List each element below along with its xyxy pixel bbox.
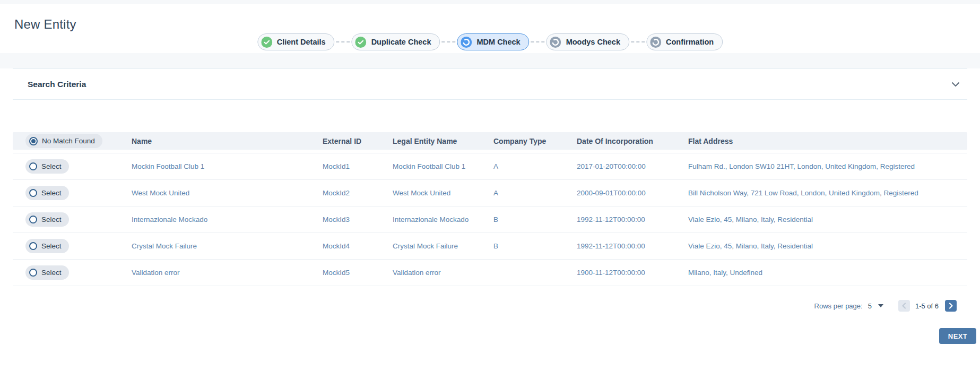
app-header: New Entity Client DetailsDuplicate Check… bbox=[0, 4, 980, 53]
cell-name: West Mock United bbox=[132, 189, 323, 197]
column-header-flat-address: Flat Address bbox=[688, 137, 967, 145]
cell-flat-address: Viale Ezio, 45, Milano, Italy, Residenti… bbox=[688, 242, 967, 250]
table-row: SelectWest Mock UnitedMockId2West Mock U… bbox=[13, 180, 967, 206]
cell-legal-entity-name: Internazionale Mockado bbox=[393, 216, 493, 223]
cell-external-id: MockId1 bbox=[323, 162, 393, 170]
cell-flat-address: Viale Ezio, 45, Milano, Italy, Residenti… bbox=[688, 216, 967, 223]
cell-flat-address: Bill Nicholson Way, 721 Low Road, London… bbox=[688, 189, 967, 197]
search-criteria-header[interactable]: Search Criteria bbox=[13, 68, 967, 100]
cell-date-of-incorporation: 1900-11-12T00:00:00 bbox=[577, 269, 688, 277]
cell-name: Internazionale Mockado bbox=[132, 216, 323, 223]
cell-external-id: MockId3 bbox=[323, 216, 393, 223]
radio-unselected-icon bbox=[29, 269, 37, 277]
step-connector bbox=[631, 41, 645, 42]
check-circle-icon bbox=[355, 37, 367, 48]
cell-company-type: A bbox=[493, 189, 577, 197]
column-header-external-id: External ID bbox=[323, 137, 393, 145]
caret-down-icon bbox=[878, 304, 883, 307]
radio-selected-icon bbox=[29, 137, 38, 145]
table-row: SelectInternazionale MockadoMockId3Inter… bbox=[13, 206, 967, 233]
step-connector bbox=[336, 41, 350, 42]
table-row: SelectMockin Football Club 1MockId1Mocki… bbox=[13, 153, 967, 180]
page-title: New Entity bbox=[14, 17, 76, 32]
progress-circle-icon-active bbox=[461, 37, 472, 48]
column-header-company-type: Company Type bbox=[493, 137, 577, 145]
cell-flat-address: Milano, Italy, Undefined bbox=[688, 269, 967, 277]
no-match-found-option[interactable]: No Match Found bbox=[25, 134, 102, 148]
radio-unselected-icon bbox=[29, 216, 37, 223]
cell-legal-entity-name: Mockin Football Club 1 bbox=[393, 162, 493, 170]
results-table: No Match Found Name External ID Legal En… bbox=[13, 132, 967, 286]
table-row: SelectValidation errorMockId5Validation … bbox=[13, 260, 967, 286]
cell-flat-address: Fulham Rd., London SW10 21HT, London, Un… bbox=[688, 162, 967, 170]
cell-legal-entity-name: Validation error bbox=[393, 269, 493, 277]
cell-date-of-incorporation: 2000-09-01T00:00:00 bbox=[577, 189, 688, 197]
cell-name: Mockin Football Club 1 bbox=[132, 162, 323, 170]
select-label: Select bbox=[41, 216, 62, 223]
step-label: MDM Check bbox=[476, 38, 520, 46]
table-header-row: No Match Found Name External ID Legal En… bbox=[13, 132, 967, 150]
prev-page-button[interactable] bbox=[898, 300, 910, 312]
step-label: Client Details bbox=[277, 38, 326, 46]
step-label: Confirmation bbox=[666, 38, 714, 46]
no-match-found-label: No Match Found bbox=[42, 137, 95, 145]
column-header-name: Name bbox=[132, 137, 323, 145]
rows-per-page-select[interactable]: 5 bbox=[868, 302, 883, 310]
next-button[interactable]: NEXT bbox=[939, 328, 976, 344]
select-label: Select bbox=[41, 242, 62, 250]
select-label: Select bbox=[41, 189, 62, 197]
cell-legal-entity-name: West Mock United bbox=[393, 189, 493, 197]
step-connector bbox=[441, 41, 455, 42]
cell-name: Crystal Mock Failure bbox=[132, 242, 323, 250]
step-label: Duplicate Check bbox=[371, 38, 431, 46]
rows-per-page-label: Rows per page: bbox=[814, 302, 863, 310]
progress-circle-icon bbox=[550, 37, 561, 48]
step-mdm-check[interactable]: MDM Check bbox=[457, 33, 529, 50]
select-option[interactable]: Select bbox=[25, 159, 69, 174]
cell-date-of-incorporation: 2017-01-20T00:00:00 bbox=[577, 162, 688, 170]
cell-company-type: B bbox=[493, 242, 577, 250]
cell-external-id: MockId4 bbox=[323, 242, 393, 250]
column-header-legal-entity-name: Legal Entity Name bbox=[393, 137, 493, 145]
select-option[interactable]: Select bbox=[25, 186, 69, 200]
cell-external-id: MockId5 bbox=[323, 269, 393, 277]
check-circle-icon bbox=[261, 37, 272, 48]
cell-external-id: MockId2 bbox=[323, 189, 393, 197]
step-moodys-check[interactable]: Moodys Check bbox=[547, 33, 629, 50]
radio-unselected-icon bbox=[29, 189, 37, 197]
select-option[interactable]: Select bbox=[25, 239, 69, 253]
cell-date-of-incorporation: 1992-11-12T00:00:00 bbox=[577, 216, 688, 223]
chevron-left-icon bbox=[902, 303, 906, 309]
chevron-right-icon bbox=[949, 303, 953, 309]
cell-company-type: A bbox=[493, 162, 577, 170]
step-duplicate-check[interactable]: Duplicate Check bbox=[352, 33, 440, 50]
cell-company-type: B bbox=[493, 216, 577, 223]
table-body: SelectMockin Football Club 1MockId1Mocki… bbox=[13, 153, 967, 286]
step-client-details[interactable]: Client Details bbox=[257, 33, 335, 50]
radio-unselected-icon bbox=[29, 242, 37, 250]
select-label: Select bbox=[41, 162, 62, 170]
page-range-label: 1-5 of 6 bbox=[915, 302, 939, 310]
chevron-down-icon[interactable] bbox=[951, 82, 960, 87]
step-confirmation[interactable]: Confirmation bbox=[646, 33, 723, 50]
cell-legal-entity-name: Crystal Mock Failure bbox=[393, 242, 493, 250]
select-option[interactable]: Select bbox=[25, 265, 69, 280]
progress-circle-icon bbox=[650, 37, 661, 48]
cell-name: Validation error bbox=[132, 269, 323, 277]
step-label: Moodys Check bbox=[566, 38, 620, 46]
cell-date-of-incorporation: 1992-11-12T00:00:00 bbox=[577, 242, 688, 250]
wizard-stepper: Client DetailsDuplicate CheckMDM CheckMo… bbox=[257, 33, 723, 50]
step-connector bbox=[531, 41, 545, 42]
next-page-button[interactable] bbox=[945, 300, 957, 312]
table-row: SelectCrystal Mock FailureMockId4Crystal… bbox=[13, 233, 967, 260]
radio-unselected-icon bbox=[29, 162, 37, 170]
rows-per-page-value: 5 bbox=[868, 302, 872, 310]
select-option[interactable]: Select bbox=[25, 212, 69, 227]
pagination: Rows per page: 5 1-5 of 6 bbox=[13, 300, 957, 312]
content-card: Search Criteria No Match Found Name Exte… bbox=[0, 68, 980, 370]
search-criteria-title: Search Criteria bbox=[28, 80, 86, 89]
column-header-date-of-incorporation: Date Of Incorporation bbox=[577, 137, 688, 145]
select-label: Select bbox=[41, 269, 62, 277]
